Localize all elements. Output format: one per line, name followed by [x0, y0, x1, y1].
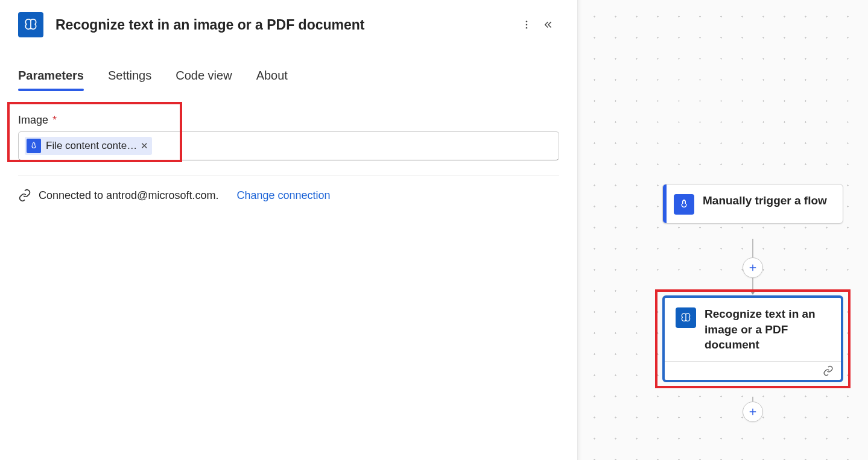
tab-settings[interactable]: Settings: [108, 69, 151, 90]
svg-point-1: [526, 20, 528, 22]
connection-text: Connected to antrod@microsoft.com.: [39, 189, 218, 202]
touch-icon: [674, 194, 694, 215]
image-field-label: Image *: [18, 114, 559, 127]
node-trigger-label: Manually trigger a flow: [703, 193, 827, 209]
plus-icon: [747, 406, 758, 417]
tab-about[interactable]: About: [256, 69, 288, 90]
flow-canvas[interactable]: Manually trigger a flow: [578, 0, 868, 460]
node-trigger[interactable]: Manually trigger a flow: [662, 184, 843, 224]
panel-tabs: Parameters Settings Code view About: [18, 69, 559, 90]
touch-icon: [27, 139, 41, 153]
add-step-button[interactable]: [743, 402, 763, 422]
add-step-button[interactable]: [743, 257, 763, 278]
node-accent: [663, 184, 667, 223]
link-icon: [18, 189, 31, 202]
node-action-label: Recognize text in an image or a PDF docu…: [705, 306, 832, 353]
panel-header: Recognize text in an image or a PDF docu…: [18, 12, 559, 37]
image-input[interactable]: File content conte… ✕: [18, 131, 559, 160]
tab-code-view[interactable]: Code view: [176, 69, 232, 90]
node-footer: [665, 361, 841, 380]
tab-parameters[interactable]: Parameters: [18, 69, 84, 90]
ai-builder-icon: [18, 12, 43, 37]
chevron-double-left-icon: [543, 19, 554, 30]
node-action[interactable]: Recognize text in an image or a PDF docu…: [662, 295, 843, 382]
more-options-button[interactable]: [516, 14, 537, 36]
plus-icon: [747, 262, 758, 273]
panel-title: Recognize text in an image or a PDF docu…: [55, 17, 516, 33]
connection-row: Connected to antrod@microsoft.com. Chang…: [18, 189, 559, 202]
svg-point-2: [526, 24, 528, 26]
more-vertical-icon: [521, 19, 532, 30]
change-connection-link[interactable]: Change connection: [236, 189, 330, 202]
divider: [18, 175, 559, 175]
token-label: File content conte…: [46, 140, 137, 152]
collapse-panel-button[interactable]: [537, 14, 559, 36]
link-icon: [823, 365, 834, 376]
action-config-panel: Recognize text in an image or a PDF docu…: [0, 0, 578, 460]
image-field-block: Image * File content conte… ✕: [18, 114, 559, 160]
dynamic-content-token[interactable]: File content conte… ✕: [25, 137, 152, 155]
arrowhead-icon: [749, 289, 756, 295]
token-remove-button[interactable]: ✕: [141, 140, 148, 151]
svg-point-3: [526, 27, 528, 29]
image-field-label-text: Image: [18, 114, 48, 126]
required-indicator: *: [52, 114, 57, 126]
flow-edge: [752, 397, 753, 402]
ai-builder-icon: [676, 307, 696, 328]
